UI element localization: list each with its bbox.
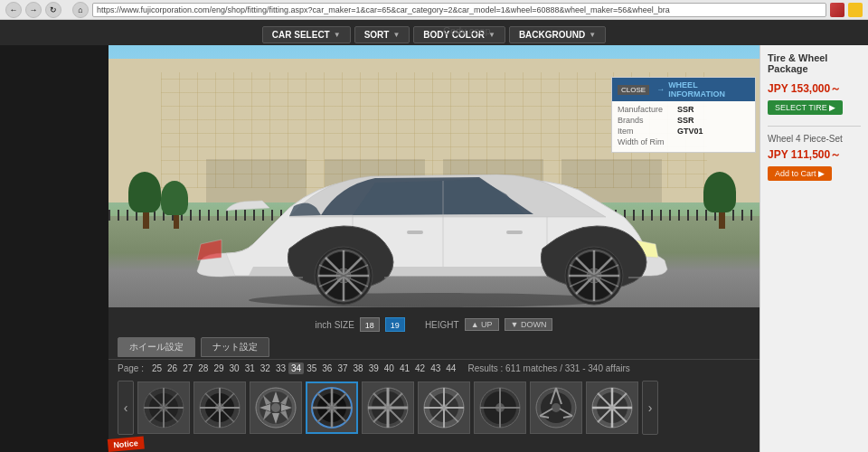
page-37[interactable]: 37 <box>335 363 350 374</box>
wi-label-item: Item <box>618 127 672 136</box>
page-44[interactable]: 44 <box>443 363 458 374</box>
page-40[interactable]: 40 <box>382 363 397 374</box>
page-30[interactable]: 30 <box>227 363 242 374</box>
height-up-button[interactable]: ▲ UP <box>465 318 499 331</box>
page-39[interactable]: 39 <box>366 363 382 374</box>
price-section-1: JPY 153,000～ SELECT TIRE ▶ <box>768 81 861 115</box>
wheel-thumbnails: ‹ <box>108 377 760 438</box>
select-tire-button[interactable]: SELECT TIRE ▶ <box>768 100 843 115</box>
wi-row-manufacture: Manufacture SSR <box>618 105 750 114</box>
right-panel-title: Tire & Wheel Package <box>768 52 861 74</box>
right-panel: Tire & Wheel Package JPY 153,000～ SELECT… <box>760 45 868 452</box>
car-display: CLOSE → WHEEL INFORMATION Manufacture SS… <box>108 45 760 307</box>
page-41[interactable]: 41 <box>397 363 412 374</box>
back-button[interactable]: ← <box>5 2 22 18</box>
price-section-2: Wheel 4 Piece-Set JPY 111,500～ Add to Ca… <box>768 134 861 181</box>
wheel-info-header: CLOSE → WHEEL INFORMATION <box>612 78 755 101</box>
svg-rect-5 <box>506 231 523 234</box>
wi-row-width: Width of Rim <box>618 137 750 146</box>
cody-coop-label: Cody coop <box>443 25 491 36</box>
sort-button[interactable]: SORT ▼ <box>354 26 410 43</box>
wi-row-brands: Brands SSR <box>618 116 750 125</box>
page-label: Page : <box>118 363 144 373</box>
background-arrow: ▼ <box>589 31 596 39</box>
wheel-thumb-6[interactable] <box>418 381 470 434</box>
page-29[interactable]: 29 <box>211 363 226 374</box>
page-27[interactable]: 27 <box>180 363 195 374</box>
wi-label-manufacture: Manufacture <box>618 105 672 114</box>
inch-size-label: inch SIZE <box>316 320 354 330</box>
wheel-thumb-3[interactable] <box>250 381 302 434</box>
page-42[interactable]: 42 <box>412 363 428 374</box>
left-panel <box>0 45 108 452</box>
page-32[interactable]: 32 <box>258 363 273 374</box>
page-35[interactable]: 35 <box>304 363 319 374</box>
page-33[interactable]: 33 <box>273 363 288 374</box>
address-bar[interactable] <box>92 3 826 17</box>
browser-chrome: ← → ↻ ⌂ <box>0 0 868 20</box>
wheel-thumb-9[interactable] <box>586 381 638 434</box>
wheel-thumb-5[interactable] <box>362 381 414 434</box>
thumb-prev-button[interactable]: ‹ <box>118 381 134 435</box>
wheel-info-title: WHEEL INFORMATION <box>668 80 750 99</box>
main-content: CAR SELECT ▼ SORT ▼ BODY COLOR ▼ BACKGRO… <box>0 20 868 452</box>
wheel-info-arrow: → <box>656 85 665 94</box>
home-button[interactable]: ⌂ <box>72 2 89 18</box>
extension-icon <box>848 3 863 17</box>
svg-point-45 <box>271 403 280 412</box>
car-select-button[interactable]: CAR SELECT ▼ <box>262 26 351 43</box>
page-43[interactable]: 43 <box>428 363 443 374</box>
wi-value-item: GTV01 <box>677 127 703 136</box>
bottom-controls: inch SIZE 18 19 HEIGHT ▲ UP ▼ DOWN ホイール設… <box>108 312 760 452</box>
size-18[interactable]: 18 <box>360 317 380 332</box>
wheel-info-table: Manufacture SSR Brands SSR Item GTV01 Wi… <box>612 101 755 152</box>
tab-row: ホイール設定 ナット設定 <box>108 335 760 359</box>
svg-point-74 <box>552 403 561 412</box>
wi-value-manufacture: SSR <box>677 105 694 114</box>
browser-icon <box>830 3 844 17</box>
select-tire-arrow: ▶ <box>829 103 835 112</box>
forward-button[interactable]: → <box>25 2 42 18</box>
price-1: JPY 153,000～ <box>768 81 861 97</box>
page-26[interactable]: 26 <box>165 363 180 374</box>
wi-row-item: Item GTV01 <box>618 127 750 136</box>
price-2: JPY 111,500～ <box>768 147 861 163</box>
panel-divider <box>768 126 861 127</box>
page-34[interactable]: 34 <box>288 363 304 374</box>
wheel-thumb-4[interactable] <box>306 381 358 434</box>
close-button[interactable]: CLOSE <box>618 85 649 95</box>
wheel-set-label: Wheel 4 Piece-Set <box>768 134 861 144</box>
page-36[interactable]: 36 <box>319 363 335 374</box>
wi-label-brands: Brands <box>618 116 672 125</box>
sort-arrow: ▼ <box>392 31 400 39</box>
page-38[interactable]: 38 <box>351 363 366 374</box>
results-info: Results : 611 matches / 331 - 340 affair… <box>467 363 629 373</box>
page-28[interactable]: 28 <box>195 363 211 374</box>
wheel-thumb-8[interactable] <box>530 381 582 434</box>
car-select-arrow: ▼ <box>334 31 341 39</box>
wheel-info-panel: CLOSE → WHEEL INFORMATION Manufacture SS… <box>611 77 756 153</box>
wi-label-width: Width of Rim <box>618 137 672 146</box>
page-31[interactable]: 31 <box>242 363 258 374</box>
toolbar: CAR SELECT ▼ SORT ▼ BODY COLOR ▼ BACKGRO… <box>0 20 868 45</box>
wheel-thumb-7[interactable] <box>474 381 526 434</box>
background-button[interactable]: BACKGROUND ▼ <box>509 26 606 43</box>
size-19[interactable]: 19 <box>385 317 405 332</box>
add-cart-arrow: ▶ <box>818 169 825 178</box>
size-controls: inch SIZE 18 19 HEIGHT ▲ UP ▼ DOWN <box>108 312 760 335</box>
refresh-button[interactable]: ↻ <box>45 2 61 18</box>
height-down-button[interactable]: ▼ DOWN <box>505 318 553 331</box>
wheel-thumb-2[interactable] <box>193 381 246 434</box>
page-25[interactable]: 25 <box>149 363 165 374</box>
car-svg <box>172 127 696 307</box>
wi-value-brands: SSR <box>677 116 694 125</box>
add-to-cart-button[interactable]: Add to Cart ▶ <box>768 166 832 181</box>
wheel-thumb-1[interactable] <box>137 381 190 434</box>
svg-point-0 <box>249 293 610 307</box>
wheel-settings-tab[interactable]: ホイール設定 <box>118 337 195 357</box>
pagination-row: Page : 25 26 27 28 29 30 31 32 33 34 35 … <box>108 359 760 377</box>
nut-settings-tab[interactable]: ナット設定 <box>201 337 269 357</box>
svg-rect-4 <box>407 231 423 234</box>
height-label: HEIGHT <box>425 320 459 330</box>
thumb-next-button[interactable]: › <box>642 381 658 435</box>
